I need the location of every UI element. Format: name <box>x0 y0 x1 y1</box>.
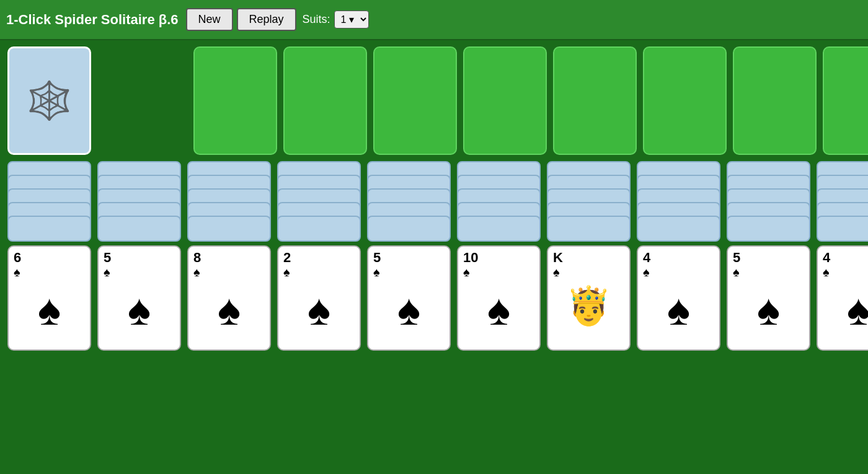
column-1-backs <box>7 161 91 245</box>
column-1: 6♠♠ <box>7 161 91 351</box>
column-8-backs <box>637 161 720 245</box>
stock-icon: 🕸️ <box>26 79 73 123</box>
card-center-suit: ♠ <box>104 285 175 335</box>
card-face-4-1[interactable]: 2♠♠ <box>277 245 361 351</box>
card-back <box>97 216 181 242</box>
stock-pile[interactable]: 🕸️ <box>7 46 91 155</box>
card-suit: ♠ <box>193 265 265 279</box>
column-6-backs <box>457 161 541 245</box>
card-suit: ♠ <box>733 265 804 279</box>
card-center-suit: ♠ <box>193 285 265 335</box>
column-7: K♠🤴 <box>547 161 631 351</box>
card-suit: ♠ <box>283 265 355 279</box>
foundation-slot-3[interactable] <box>373 46 457 155</box>
card-back <box>547 216 631 242</box>
foundation-slot-2[interactable] <box>283 46 367 155</box>
card-rank: 5 <box>373 250 445 265</box>
column-7-backs <box>547 161 631 245</box>
column-3-backs <box>187 161 271 245</box>
card-center-suit: ♠ <box>733 285 804 335</box>
column-10-backs <box>817 161 868 245</box>
card-back <box>277 216 361 242</box>
column-3: 8♠♠ <box>187 161 271 351</box>
card-face-1-1[interactable]: 6♠♠ <box>7 245 91 351</box>
foundation-slot-7[interactable] <box>733 46 817 155</box>
suits-label: Suits: <box>303 13 330 26</box>
foundation-slot-6[interactable] <box>643 46 727 155</box>
card-back <box>187 216 271 242</box>
card-center-suit: ♠ <box>463 285 534 335</box>
top-row: 🕸️ <box>7 46 861 155</box>
card-face-6-1[interactable]: 10♠♠ <box>457 245 541 351</box>
card-suit: ♠ <box>14 265 85 279</box>
replay-button[interactable]: Replay <box>237 8 296 31</box>
card-rank: 10 <box>463 250 534 265</box>
column-5: 5♠♠ <box>367 161 451 351</box>
card-rank: 5 <box>733 250 804 265</box>
card-face-10-1[interactable]: 4♠♠ <box>817 245 868 351</box>
card-rank: 4 <box>643 250 714 265</box>
card-rank: 5 <box>104 250 175 265</box>
card-suit: ♠ <box>643 265 714 279</box>
column-2-backs <box>97 161 181 245</box>
column-4-backs <box>277 161 361 245</box>
card-center-suit: ♠ <box>643 285 714 335</box>
card-face-7-1[interactable]: K♠🤴 <box>547 245 631 351</box>
new-button[interactable]: New <box>186 8 233 31</box>
card-rank: 6 <box>14 250 85 265</box>
card-face-9-1[interactable]: 5♠♠ <box>727 245 810 351</box>
card-face-2-1[interactable]: 5♠♠ <box>97 245 181 351</box>
card-center-suit: ♠ <box>823 285 868 335</box>
column-8: 4♠♠ <box>637 161 720 351</box>
foundation-slot-4[interactable] <box>463 46 547 155</box>
card-center-suit: ♠ <box>283 285 355 335</box>
card-suit: ♠ <box>463 265 534 279</box>
column-5-backs <box>367 161 451 245</box>
game-title: 1-Click Spider Solitaire β.6 <box>6 12 179 28</box>
card-face-5-1[interactable]: 5♠♠ <box>367 245 451 351</box>
game-area: 🕸️ 6♠♠5♠♠8♠♠2♠♠5♠♠10♠♠K♠🤴4♠♠5♠♠4♠♠ <box>0 40 868 357</box>
foundation-slot-8[interactable] <box>823 46 868 155</box>
card-face-8-1[interactable]: 4♠♠ <box>637 245 720 351</box>
card-back <box>637 216 720 242</box>
card-suit: ♠ <box>373 265 445 279</box>
column-6: 10♠♠ <box>457 161 541 351</box>
card-face-3-1[interactable]: 8♠♠ <box>187 245 271 351</box>
card-rank: 8 <box>193 250 265 265</box>
card-back <box>367 216 451 242</box>
card-suit: ♠ <box>823 265 868 279</box>
card-rank: 2 <box>283 250 355 265</box>
suits-select[interactable]: 1 ▾ 2 4 <box>334 11 369 29</box>
foundation-slot-1[interactable] <box>193 46 277 155</box>
column-2: 5♠♠ <box>97 161 181 351</box>
card-center-suit: ♠ <box>373 285 445 335</box>
card-rank: 4 <box>823 250 868 265</box>
card-center-suit: ♠ <box>14 285 85 335</box>
card-rank: K <box>553 250 624 265</box>
card-back <box>7 216 91 242</box>
column-9-backs <box>727 161 810 245</box>
tableau: 6♠♠5♠♠8♠♠2♠♠5♠♠10♠♠K♠🤴4♠♠5♠♠4♠♠ <box>7 161 861 351</box>
column-10: 4♠♠ <box>817 161 868 351</box>
card-back <box>457 216 541 242</box>
card-back <box>727 216 810 242</box>
column-4: 2♠♠ <box>277 161 361 351</box>
foundation-slot-5[interactable] <box>553 46 637 155</box>
card-suit: ♠ <box>104 265 175 279</box>
column-9: 5♠♠ <box>727 161 810 351</box>
king-emoji: 🤴 <box>553 284 624 328</box>
header: 1-Click Spider Solitaire β.6 New Replay … <box>0 0 868 40</box>
card-suit: ♠ <box>553 265 624 279</box>
card-back <box>817 216 868 242</box>
